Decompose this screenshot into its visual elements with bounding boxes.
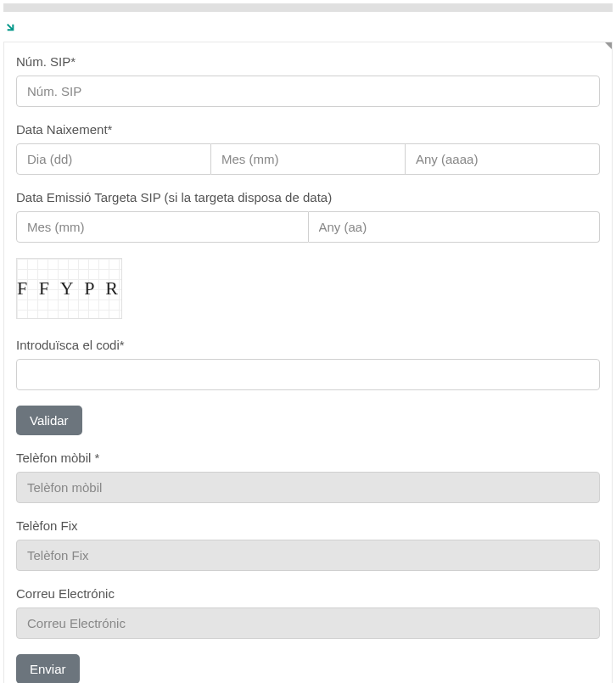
validar-button[interactable]: Validar — [16, 406, 82, 435]
scroll-indicator-icon[interactable] — [605, 42, 612, 49]
mes-input[interactable] — [211, 143, 406, 175]
telefon-fix-label: Telèfon Fix — [16, 518, 600, 533]
captcha-image: F F Y P R — [16, 258, 122, 319]
top-bar — [3, 3, 613, 12]
any-input[interactable] — [406, 143, 600, 175]
expand-arrow-icon[interactable] — [3, 20, 17, 34]
dia-input[interactable] — [16, 143, 211, 175]
num-sip-label: Núm. SIP* — [16, 54, 600, 69]
correu-electronic-input — [16, 607, 600, 639]
mes-emissio-input[interactable] — [16, 211, 309, 243]
captcha-text: F F Y P R — [17, 277, 121, 300]
telefon-fix-input — [16, 540, 600, 571]
num-sip-input[interactable] — [16, 76, 600, 107]
data-naixement-row — [16, 143, 600, 175]
telefon-mobil-label: Telèfon mòbil * — [16, 451, 600, 465]
data-naixement-label: Data Naixement* — [16, 122, 600, 137]
enviar-button[interactable]: Enviar — [16, 654, 80, 683]
codi-input[interactable] — [16, 359, 600, 390]
introduisca-codi-label: Introduïsca el codi* — [16, 338, 600, 352]
correu-electronic-label: Correu Electrónic — [16, 586, 600, 601]
any-emissio-input[interactable] — [309, 211, 601, 243]
form-container: Núm. SIP* Data Naixement* Data Emissió T… — [3, 42, 613, 683]
telefon-mobil-input — [16, 472, 600, 503]
data-emissio-row — [16, 211, 600, 243]
data-emissio-label: Data Emissió Targeta SIP (si la targeta … — [16, 190, 600, 204]
